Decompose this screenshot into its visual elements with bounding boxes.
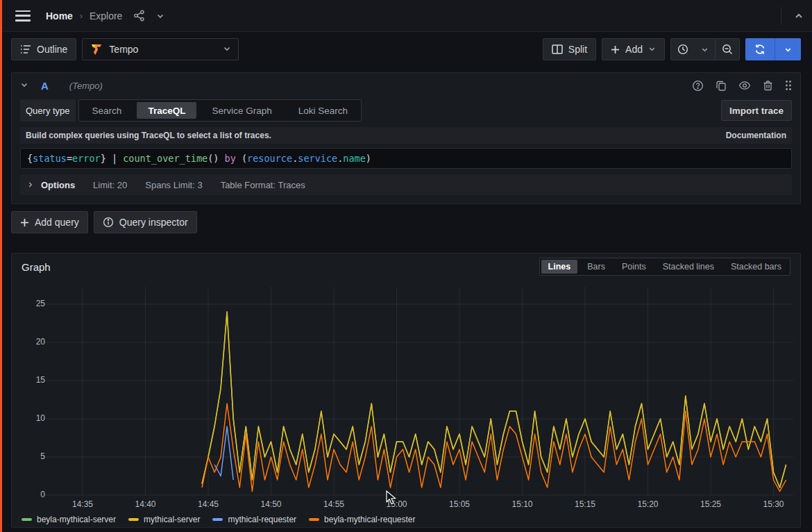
breadcrumb-separator-icon: › <box>80 11 83 21</box>
options-toggle[interactable]: Options <box>27 180 75 190</box>
y-axis-tick: 20 <box>15 337 45 347</box>
breadcrumb-chevron-down-icon[interactable] <box>156 12 164 20</box>
tempo-logo-icon <box>90 43 103 56</box>
legend-color-dash <box>128 518 139 521</box>
x-axis-tick: 14:40 <box>135 499 155 509</box>
series-beyla-mythical-server <box>202 312 786 488</box>
time-picker-group <box>670 38 740 60</box>
query-type-radio-group: Search TraceQL Service Graph Loki Search <box>78 99 362 122</box>
y-axis-tick: 0 <box>15 490 45 499</box>
share-icon[interactable] <box>133 10 145 22</box>
legend-label: beyla-mythical-requester <box>324 515 415 524</box>
traceql-query-text: {status=error} | count_over_time() by (r… <box>27 153 371 164</box>
query-row-header: A (Tempo) <box>12 73 800 98</box>
screen-share-border <box>0 0 2 532</box>
zoom-out-icon <box>722 44 733 55</box>
mode-lines[interactable]: Lines <box>541 260 578 274</box>
legend-item-beyla-mythical-server[interactable]: beyla-mythical-server <box>22 515 116 524</box>
legend-color-dash <box>309 518 319 521</box>
mode-stacked-lines[interactable]: Stacked lines <box>656 260 721 274</box>
legend-label: beyla-mythical-server <box>37 515 116 524</box>
graph-style-radio-group: Lines Bars Points Stacked lines Stacked … <box>539 258 790 276</box>
x-axis-tick: 14:45 <box>198 499 219 509</box>
code-token: ( <box>236 153 247 164</box>
query-type-label: Query type <box>20 99 76 122</box>
x-axis-tick: 15:30 <box>763 499 784 509</box>
graph-panel: Graph Lines Bars Points Stacked lines St… <box>11 253 801 528</box>
query-collapse-chevron-icon[interactable] <box>20 80 28 91</box>
outline-button-label: Outline <box>37 44 67 55</box>
add-query-button[interactable]: Add query <box>11 211 88 233</box>
datasource-picker-label: Tempo <box>109 44 138 55</box>
clock-icon <box>677 44 688 55</box>
y-axis: 0510152025 <box>15 287 45 497</box>
time-picker-chevron-down[interactable] <box>695 39 715 60</box>
traceql-code-editor[interactable]: {status=error} | count_over_time() by (r… <box>20 148 792 169</box>
outline-button[interactable]: Outline <box>11 38 76 60</box>
x-axis-tick: 15:15 <box>575 499 595 509</box>
query-ref-id[interactable]: A <box>41 80 49 92</box>
y-axis-tick: 10 <box>15 413 45 423</box>
legend-item-beyla-mythical-requester[interactable]: beyla-mythical-requester <box>309 515 415 524</box>
query-datasource-hint: (Tempo) <box>69 81 103 91</box>
menu-icon[interactable] <box>15 10 31 22</box>
traceql-info-bar: Build complex queries using TraceQL to s… <box>20 127 792 144</box>
remove-query-trash-icon[interactable] <box>763 80 773 91</box>
code-token: status <box>33 153 67 164</box>
split-button[interactable]: Split <box>543 38 596 60</box>
y-axis-tick: 25 <box>15 299 45 308</box>
chart-legend: beyla-mythical-servermythical-servermyth… <box>22 515 415 524</box>
code-token: name <box>343 153 366 164</box>
zoom-out-time-button[interactable] <box>716 39 739 60</box>
breadcrumb-home[interactable]: Home <box>46 10 73 22</box>
mode-stacked-bars[interactable]: Stacked bars <box>724 260 788 274</box>
legend-item-mythical-requester[interactable]: mythical-requester <box>212 515 296 524</box>
tab-service-graph[interactable]: Service Graph <box>201 102 282 119</box>
legend-color-dash <box>22 518 32 521</box>
x-axis-tick: 15:10 <box>511 499 532 509</box>
options-chevron-right-icon <box>27 181 34 188</box>
add-button-label: Add <box>625 44 643 55</box>
mode-points[interactable]: Points <box>615 260 653 274</box>
mode-bars[interactable]: Bars <box>580 260 612 274</box>
code-token: error <box>72 153 101 164</box>
x-axis-tick: 15:20 <box>637 499 658 509</box>
x-axis: 14:3514:4014:4514:5014:5515:0015:0515:10… <box>44 499 793 510</box>
disable-query-eye-icon[interactable] <box>738 81 751 90</box>
tab-traceql[interactable]: TraceQL <box>137 102 196 119</box>
timeseries-chart[interactable] <box>44 287 793 497</box>
x-axis-tick: 14:55 <box>323 499 344 509</box>
add-query-label: Add query <box>35 217 79 228</box>
info-circle-icon <box>103 217 114 228</box>
y-axis-tick: 5 <box>15 451 45 461</box>
duplicate-query-icon[interactable] <box>716 80 727 91</box>
query-inspector-button[interactable]: Query inspector <box>94 211 197 233</box>
legend-item-mythical-server[interactable]: mythical-server <box>128 515 200 524</box>
import-trace-button[interactable]: Import trace <box>721 100 792 121</box>
add-button[interactable]: Add <box>602 38 665 60</box>
split-button-label: Split <box>568 44 587 55</box>
datasource-picker[interactable]: Tempo <box>82 38 239 60</box>
refresh-interval-chevron-down[interactable] <box>775 38 801 60</box>
tab-search[interactable]: Search <box>81 102 133 119</box>
time-picker-button[interactable] <box>671 39 695 60</box>
collapse-top-chevron-up-icon[interactable] <box>794 11 804 21</box>
add-chevron-down-icon <box>648 44 656 55</box>
documentation-link[interactable]: Documentation <box>726 131 786 140</box>
drag-handle-grip-icon[interactable] <box>785 80 792 91</box>
series-mythical-server <box>202 312 786 488</box>
legend-label: mythical-server <box>144 515 200 524</box>
y-axis-tick: 15 <box>15 375 45 385</box>
traceql-info-text: Build complex queries using TraceQL to s… <box>26 131 271 140</box>
nav-divider <box>781 7 781 25</box>
legend-color-dash <box>212 518 223 521</box>
tab-loki-search[interactable]: Loki Search <box>287 102 359 119</box>
code-token: } <box>101 153 106 164</box>
explore-toolbar: Outline Tempo Split Add <box>0 36 812 63</box>
x-axis-tick: 14:50 <box>260 499 281 509</box>
query-help-icon[interactable] <box>692 80 704 92</box>
options-limit: Limit: 20 <box>93 180 127 190</box>
refresh-button[interactable] <box>745 38 775 60</box>
breadcrumb-explore[interactable]: Explore <box>90 10 122 22</box>
x-axis-tick: 15:25 <box>700 499 721 509</box>
